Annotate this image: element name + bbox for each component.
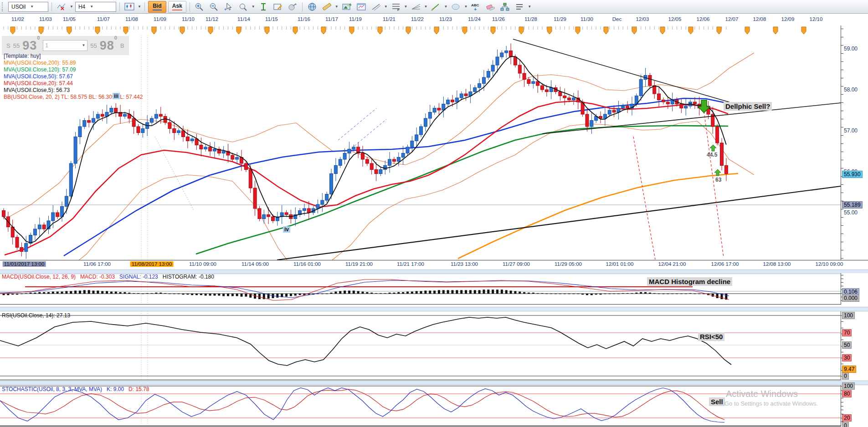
panel-separator[interactable] — [0, 307, 868, 311]
rsi-panel[interactable] — [0, 311, 841, 380]
chevron-down-icon[interactable]: ▼ — [384, 5, 388, 9]
bottom-date-axis[interactable]: 11/01/2017 13:0011/06 17:0011/08/2017 13… — [0, 260, 868, 269]
edit-note-icon[interactable] — [272, 1, 284, 13]
dashed-line — [338, 108, 376, 140]
chevron-down-icon[interactable]: ▼ — [70, 5, 73, 9]
sell-price-big[interactable]: 930 — [22, 39, 40, 53]
annotation-44-5: 44.5 — [707, 152, 717, 158]
day-marker-pin — [321, 27, 326, 34]
day-marker-pin — [349, 27, 354, 34]
date-label: 11/10 — [182, 16, 195, 22]
date-label: 12/10 09:00 — [814, 261, 845, 267]
toolbar-grip[interactable] — [2, 2, 5, 11]
remove-indicator-icon[interactable]: ✕ — [55, 1, 68, 13]
day-marker-pin — [773, 27, 778, 34]
bid-button[interactable]: Bid — [148, 1, 166, 13]
macd-label: MACD(USOil.Close, 12, 26, 9)MACD: -0.303… — [2, 274, 219, 280]
zoom-in-icon[interactable] — [193, 1, 206, 13]
day-marker-pin — [406, 27, 411, 34]
day-marker-pin — [95, 27, 100, 34]
fib-levels-icon[interactable]: F — [390, 1, 402, 13]
day-marker-pin — [123, 27, 128, 34]
date-label: 11/06 17:00 — [82, 261, 112, 267]
draw-line-icon[interactable] — [429, 1, 442, 13]
stochastic-axis[interactable]: 10080200 — [841, 385, 868, 427]
toolbar-separator — [190, 2, 190, 11]
indicator-labels: [Template: huy] MVA(USOil.Close,200): 55… — [4, 53, 143, 101]
panel-separator[interactable] — [0, 381, 868, 385]
symbol-select[interactable]: USOil ▼ — [8, 2, 48, 12]
globe-icon[interactable] — [306, 1, 318, 13]
more-options-icon[interactable] — [513, 1, 526, 13]
date-label: 11/10 09:00 — [188, 261, 218, 267]
amount-select[interactable]: 1▼ — [43, 40, 87, 51]
amount-value: 1 — [45, 42, 48, 49]
indicator-label: MVA(USOil.Close,50): 57.67 — [4, 73, 143, 80]
zoom-out-icon[interactable] — [208, 1, 221, 13]
date-label: 11/16 01:00 — [292, 261, 322, 267]
date-label: 11/17 — [325, 16, 338, 22]
ellipse-icon[interactable] — [449, 1, 462, 13]
svg-text:+: + — [349, 2, 352, 7]
chart-type-icon[interactable] — [123, 1, 136, 13]
vertical-scale-icon[interactable] — [257, 1, 270, 13]
ruler-icon[interactable] — [320, 1, 333, 13]
sell-price-small: 55 — [13, 42, 20, 49]
magnify-region-icon[interactable] — [237, 1, 250, 13]
ask-button[interactable]: Ask — [168, 1, 186, 13]
chevron-down-icon[interactable]: ▼ — [464, 5, 467, 9]
pointer-icon[interactable]: + — [222, 1, 235, 13]
text-label-icon[interactable]: ABC+ — [469, 1, 482, 13]
date-label: 12/05 — [668, 16, 682, 22]
day-marker-pin — [491, 27, 495, 34]
date-label: 12/08 — [753, 16, 766, 22]
date-label: 11/23 — [439, 16, 452, 22]
annotation-macd-histogram-decline: MACD Histogram decline — [647, 277, 732, 286]
mva120 — [196, 126, 728, 254]
date-label: 12/04 21:00 — [657, 261, 688, 267]
pitchfork-icon[interactable] — [410, 1, 422, 13]
axis-value-tag: 50 — [842, 341, 852, 349]
share-icon[interactable] — [286, 1, 299, 13]
chart-window-icon[interactable] — [355, 1, 368, 13]
timeframe-select[interactable]: H4 ▼ — [75, 2, 116, 12]
axis-value-tag: 70 — [842, 329, 852, 336]
trendlines-icon[interactable] — [370, 1, 382, 13]
quote-panel: S 55 930 1▼ 55 980 B — [2, 36, 129, 55]
chevron-down-icon[interactable]: ▼ — [138, 5, 141, 9]
buy-price-big[interactable]: 980 — [100, 39, 118, 53]
chevron-down-icon: ▼ — [90, 5, 93, 9]
chevron-down-icon[interactable]: ▼ — [528, 5, 531, 9]
sell-side-label: S — [6, 42, 10, 49]
chevron-down-icon[interactable]: ▼ — [335, 5, 339, 9]
day-marker-pin — [10, 27, 15, 34]
day-marker-pin — [547, 27, 552, 34]
day-marker-pin — [293, 27, 298, 34]
day-marker-pin — [39, 27, 43, 34]
rsi-axis[interactable]: 10070503009.47 — [841, 311, 868, 380]
date-label: 11/12 — [205, 16, 218, 22]
hierarchy-icon[interactable] — [498, 1, 511, 13]
date-label: 11/08 — [125, 16, 138, 22]
indicator-label: MVA(USOil.Close,5): 56.73 — [4, 87, 143, 94]
indicator-label: BB(USOil.Close, 20, 2) TL: 58.575 BL: 56… — [4, 94, 143, 101]
macd-axis[interactable]: 0.1060.000 — [841, 273, 868, 305]
chevron-down-icon[interactable]: ▼ — [404, 5, 408, 9]
eraser-icon[interactable] — [484, 1, 497, 13]
bb-lower — [5, 121, 754, 260]
date-label: 11/27 09:00 — [501, 261, 531, 267]
price-axis[interactable]: 59.0058.0057.0056.0055.0055.93055.189 — [841, 25, 868, 260]
chevron-down-icon[interactable]: ▼ — [424, 5, 428, 9]
trendline — [277, 186, 841, 260]
add-image-icon[interactable]: + — [340, 1, 353, 13]
chevron-down-icon[interactable]: ▼ — [444, 5, 447, 9]
day-marker-pin — [717, 27, 721, 34]
top-date-axis[interactable]: 11/0211/0311/0511/0711/0811/0911/1011/12… — [0, 14, 868, 25]
date-label: 12/06 17:00 — [710, 261, 740, 267]
date-label: 12/03 — [636, 16, 649, 22]
axis-value-tag: 30 — [842, 354, 852, 361]
axis-value-tag: 0 — [842, 372, 849, 380]
date-label: 11/09 — [154, 16, 166, 22]
chevron-down-icon[interactable]: ▼ — [252, 5, 255, 9]
date-label: 12/01 01:00 — [605, 261, 635, 267]
